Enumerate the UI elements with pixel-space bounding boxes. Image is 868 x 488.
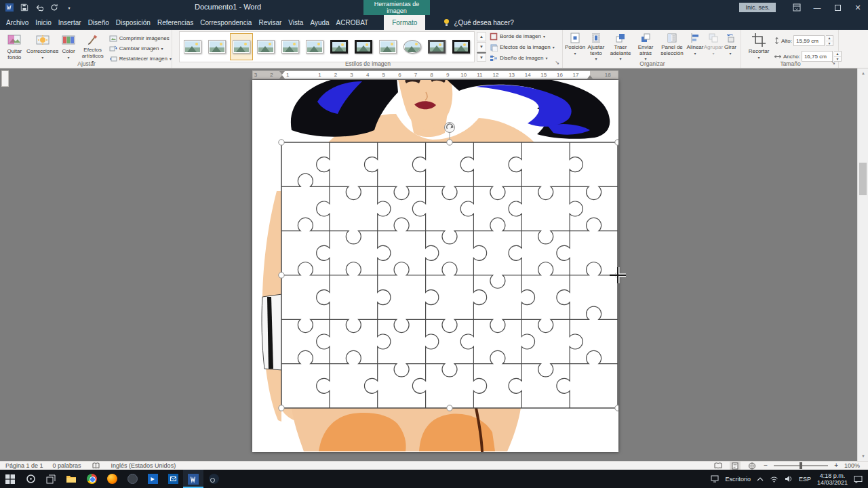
taskbar-file-explorer[interactable] [61, 470, 81, 488]
selection-handle[interactable] [447, 405, 452, 411]
bring-forward-button[interactable]: Traer adelante ▾ [608, 31, 633, 64]
height-input[interactable]: 15,59 cm [793, 35, 825, 46]
width-input[interactable]: 16,75 cm [802, 51, 833, 62]
tab-vista[interactable]: Vista [285, 15, 307, 30]
artistic-effects-button[interactable]: Efectos artísticos ▾ [79, 31, 107, 64]
speaker-icon[interactable] [785, 475, 793, 483]
picture-effects-button[interactable]: Efectos de la imagen ▾ [490, 43, 561, 52]
proofing-icon[interactable] [91, 462, 102, 470]
desktop-monitor-icon[interactable] [711, 475, 719, 483]
contextual-tab-header[interactable]: Herramientas de imagen [363, 0, 430, 15]
language-indicator[interactable]: Inglés (Estados Unidos) [111, 462, 176, 469]
tab-formato[interactable]: Formato [384, 15, 425, 30]
style-thumbnail[interactable] [376, 33, 399, 60]
style-thumbnail[interactable] [230, 33, 253, 60]
wrap-text-button[interactable]: Ajustar texto ▾ [585, 31, 608, 64]
style-thumbnail[interactable] [450, 33, 473, 60]
picture-styles-dialog-launcher[interactable]: ↘ [553, 59, 561, 66]
style-thumbnail[interactable] [352, 33, 375, 60]
maximize-button[interactable] [827, 0, 848, 15]
taskbar-movies-app[interactable] [142, 470, 163, 488]
action-center-icon[interactable] [854, 475, 863, 483]
sign-in-button[interactable]: Inic. ses. [739, 3, 776, 12]
style-thumbnail[interactable] [401, 33, 424, 60]
rotate-button[interactable]: Girar ▾ [723, 31, 738, 64]
reset-picture-button[interactable]: Restablecer imagen ▾ [109, 54, 172, 63]
scrollbar-thumb[interactable] [859, 163, 867, 195]
style-thumbnail[interactable] [279, 33, 302, 60]
picture-layout-button[interactable]: Diseño de imagen ▾ [490, 54, 561, 62]
indent-marker-first-line[interactable] [279, 71, 285, 75]
web-layout-icon[interactable] [747, 462, 757, 470]
document-page[interactable] [252, 80, 618, 452]
selection-handle[interactable] [279, 272, 284, 278]
start-button[interactable] [0, 470, 20, 488]
size-dialog-launcher[interactable]: ↘ [829, 59, 837, 66]
selection-handle[interactable] [615, 140, 618, 145]
corrections-button[interactable]: Correcciones ▾ [26, 31, 59, 64]
height-spinner[interactable]: ▲▼ [826, 35, 833, 46]
zoom-level[interactable]: 100% [844, 462, 860, 469]
task-view-button[interactable] [41, 470, 61, 488]
scroll-up-icon[interactable]: ▲ [858, 68, 868, 78]
style-thumbnail[interactable] [303, 33, 326, 60]
tab-revisar[interactable]: Revisar [255, 15, 285, 30]
selection-handle[interactable] [279, 140, 284, 145]
puzzle-image[interactable] [281, 142, 618, 408]
indent-marker-right[interactable] [587, 75, 593, 79]
taskbar-chrome[interactable] [81, 470, 102, 488]
selection-pane-button[interactable]: Panel de selección [658, 31, 686, 64]
tab-disposicion[interactable]: Disposición [113, 15, 154, 30]
save-icon[interactable] [18, 1, 31, 14]
remove-background-button[interactable]: Quitar fondo [3, 31, 26, 64]
tab-archivo[interactable]: Archivo [3, 15, 32, 30]
page-indicator[interactable]: Página 1 de 1 [5, 462, 43, 469]
tab-correspondencia[interactable]: Correspondencia [197, 15, 255, 30]
wifi-icon[interactable] [770, 476, 778, 483]
read-mode-icon[interactable] [713, 462, 724, 470]
zoom-in-icon[interactable]: + [834, 462, 838, 469]
horizontal-ruler[interactable]: 321123456789101112131415161718 [252, 70, 618, 79]
tell-me-box[interactable]: ¿Qué desea hacer? [443, 15, 513, 30]
zoom-slider-thumb[interactable] [800, 462, 802, 469]
tab-acrobat[interactable]: ACROBAT [333, 15, 372, 30]
gallery-more-icon[interactable]: ▼ [477, 52, 486, 62]
ribbon-display-options-icon[interactable] [787, 0, 807, 15]
search-button[interactable] [20, 470, 41, 488]
selection-handle[interactable] [615, 405, 618, 411]
change-picture-button[interactable]: Cambiar imagen ▾ [109, 44, 172, 53]
gallery-up-icon[interactable]: ▲ [477, 32, 486, 41]
color-button[interactable]: Color ▾ [59, 31, 79, 64]
indent-marker-left[interactable] [279, 75, 285, 79]
crop-button[interactable]: Recortar ▾ [745, 31, 772, 64]
style-thumbnail[interactable] [254, 33, 277, 60]
language-badge[interactable]: ESP [799, 476, 811, 483]
taskbar-steam[interactable] [203, 470, 224, 488]
style-thumbnail[interactable] [328, 33, 351, 60]
tab-referencias[interactable]: Referencias [154, 15, 197, 30]
tab-diseno[interactable]: Diseño [85, 15, 113, 30]
redo-icon[interactable] [47, 1, 61, 14]
tab-insertar[interactable]: Insertar [55, 15, 85, 30]
gallery-down-icon[interactable]: ▼ [477, 42, 486, 52]
taskbar-word[interactable] [183, 470, 203, 488]
align-button[interactable]: Alinear ▾ [686, 31, 704, 64]
quick-access-caret-icon[interactable]: ▾ [62, 1, 76, 14]
zoom-slider[interactable] [774, 465, 828, 466]
style-thumbnail[interactable] [425, 33, 448, 60]
minimize-button[interactable]: — [807, 0, 827, 15]
taskbar-firefox[interactable] [102, 470, 122, 488]
taskbar-mail-app[interactable] [163, 470, 183, 488]
position-button[interactable]: Posición ▾ [566, 31, 585, 64]
word-count[interactable]: 0 palabras [53, 462, 81, 469]
tab-ayuda[interactable]: Ayuda [307, 15, 332, 30]
tray-expand-icon[interactable] [757, 477, 764, 481]
print-layout-icon[interactable] [730, 462, 741, 470]
clock[interactable]: 4:18 p.m. 14/03/2021 [817, 472, 848, 486]
picture-border-button[interactable]: Borde de imagen ▾ [490, 32, 561, 41]
scroll-down-icon[interactable]: ▼ [858, 451, 868, 461]
send-backward-button[interactable]: Enviar atrás ▾ [633, 31, 658, 64]
undo-icon[interactable] [33, 1, 46, 14]
style-thumbnail[interactable] [205, 33, 229, 60]
tab-inicio[interactable]: Inicio [32, 15, 54, 30]
